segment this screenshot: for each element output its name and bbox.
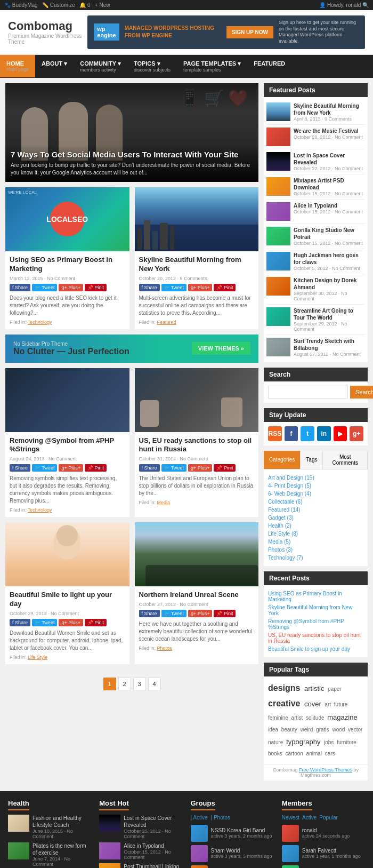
tag-weird[interactable]: weird bbox=[301, 727, 315, 732]
youtube-icon[interactable]: ▶ bbox=[334, 426, 347, 441]
googleplus-icon[interactable]: g+ bbox=[350, 426, 363, 441]
groups-tab-active[interactable]: | Active bbox=[191, 815, 208, 821]
featured-info-8: Kitchen Design by Dorek Ahmand September… bbox=[294, 277, 365, 301]
share-fb-4[interactable]: f Share bbox=[139, 464, 160, 472]
nav-item-topics[interactable]: TOPICS ▾discover subjects bbox=[127, 55, 177, 78]
tag-typography[interactable]: typography bbox=[286, 738, 322, 746]
linkedin-icon[interactable]: in bbox=[317, 426, 331, 441]
search-button[interactable]: Search bbox=[350, 386, 373, 399]
post-title-3[interactable]: Removing @Symbol from #PHP %Strings bbox=[10, 436, 125, 455]
facebook-icon[interactable]: f bbox=[285, 426, 298, 441]
recent-list: Using SEO as Primary Boost in Marketing … bbox=[264, 585, 368, 657]
nav-link-featured[interactable]: FEATURED bbox=[247, 55, 291, 72]
rss-icon[interactable]: RSS bbox=[268, 426, 282, 441]
post-title-4[interactable]: US, EU ready sanctions to stop oil hunt … bbox=[139, 436, 255, 455]
tag-paper[interactable]: paper bbox=[328, 686, 342, 692]
share-pt-4[interactable]: 📌 Pinit bbox=[214, 464, 236, 472]
banner-view-button[interactable]: VIEW THEMES » bbox=[192, 342, 250, 355]
share-gp-2[interactable]: g+ Plus+ bbox=[188, 284, 213, 291]
nav-link-community[interactable]: COMMUNITY ▾members activity bbox=[74, 55, 127, 78]
tag-beauty[interactable]: beauty bbox=[281, 727, 299, 732]
nav-link-about[interactable]: ABOUT ▾ bbox=[35, 55, 74, 73]
tag-jobs[interactable]: jobs bbox=[324, 739, 335, 745]
tag-animal[interactable]: animal bbox=[306, 751, 323, 756]
tag-furniture[interactable]: furniture bbox=[337, 739, 356, 745]
share-pt-3[interactable]: 📌 Pinit bbox=[85, 464, 107, 472]
recent-item-5[interactable]: Beautiful Smile to sign up your day bbox=[268, 645, 363, 653]
page-btn-4[interactable]: 4 bbox=[148, 678, 161, 690]
tag-wood[interactable]: wood bbox=[332, 727, 346, 732]
featured-info-6: Gorilla King Studio New Potrait October … bbox=[294, 227, 365, 246]
share-fb-2[interactable]: f Share bbox=[139, 284, 160, 291]
nav-link-page-templates[interactable]: PAGE TEMPLATES ▾template samples bbox=[177, 55, 247, 78]
share-gp-4[interactable]: g+ Plus+ bbox=[188, 464, 213, 472]
search-input[interactable] bbox=[268, 386, 348, 399]
share-tw-4[interactable]: 🐦 Tweet bbox=[161, 464, 186, 472]
post-title-1[interactable]: Using SEO as Primary Boost in Marketing bbox=[10, 256, 125, 274]
nav-item-about[interactable]: ABOUT ▾ bbox=[35, 55, 74, 78]
nav-item-featured[interactable]: FEATURED bbox=[247, 55, 291, 78]
share-buttons-4: f Share 🐦 Tweet g+ Plus+ 📌 Pinit bbox=[139, 464, 255, 472]
tab-most-comments[interactable]: Most Comments bbox=[323, 451, 368, 469]
share-tw-6[interactable]: 🐦 Tweet bbox=[161, 610, 186, 617]
share-pt-2[interactable]: 📌 Pinit bbox=[214, 284, 236, 291]
signup-button[interactable]: SIGN UP NOW bbox=[226, 26, 273, 38]
tag-art[interactable]: art bbox=[325, 702, 332, 707]
tag-artistic[interactable]: artistic bbox=[304, 684, 326, 692]
tag-solitude[interactable]: solitude bbox=[306, 715, 326, 721]
nav-item-community[interactable]: COMMUNITY ▾members activity bbox=[74, 55, 127, 78]
tag-artist[interactable]: artist bbox=[291, 715, 304, 721]
member-tab-popular[interactable]: Popular bbox=[319, 815, 337, 821]
share-pt-5[interactable]: 📌 Pinit bbox=[85, 619, 107, 626]
nav-link-home[interactable]: HOMEmain page bbox=[0, 55, 35, 77]
twitter-icon[interactable]: t bbox=[301, 426, 314, 441]
page-btn-3[interactable]: 3 bbox=[133, 678, 146, 690]
share-gp-5[interactable]: g+ Plus+ bbox=[59, 619, 83, 626]
member-tab-active[interactable]: Active bbox=[302, 815, 317, 821]
page-btn-1[interactable]: 1 bbox=[103, 678, 116, 690]
ad-headline: MANAGED WORDPRESS HOSTING FROM WP ENGINE bbox=[125, 25, 221, 39]
tab-categories[interactable]: Categories bbox=[264, 451, 301, 469]
share-tw-5[interactable]: 🐦 Tweet bbox=[32, 619, 57, 626]
member-tab-newest[interactable]: Newest bbox=[282, 815, 299, 821]
recent-item-1[interactable]: Using SEO as Primary Boost in Marketing bbox=[268, 590, 363, 603]
share-pt-6[interactable]: 📌 Pinit bbox=[214, 610, 236, 617]
recent-item-4[interactable]: US, EU ready sanctions to stop oil hunt … bbox=[268, 631, 363, 645]
tag-cover[interactable]: cover bbox=[304, 700, 323, 708]
tag-gratis[interactable]: gratis bbox=[316, 727, 330, 732]
share-pt-1[interactable]: 📌 Pinit bbox=[85, 284, 107, 291]
tag-designs[interactable]: designs bbox=[268, 683, 303, 692]
share-tw-3[interactable]: 🐦 Tweet bbox=[32, 464, 57, 472]
recent-item-3[interactable]: Removing @Symbol from #PHP %Strings bbox=[268, 617, 363, 631]
post-title-2[interactable]: Skyline Beautiful Morning from New York bbox=[139, 256, 255, 274]
post-title-6[interactable]: Northern Ireland Unreal Scene bbox=[139, 591, 255, 600]
tag-magazine[interactable]: magazine bbox=[327, 713, 357, 721]
tag-creative[interactable]: creative bbox=[268, 699, 303, 708]
nav-item-page-templates[interactable]: PAGE TEMPLATES ▾template samples bbox=[177, 55, 247, 78]
tag-idea[interactable]: idea bbox=[268, 727, 280, 732]
tab-tags[interactable]: Tags bbox=[301, 451, 323, 469]
share-tw-1[interactable]: 🐦 Tweet bbox=[32, 284, 57, 291]
tag-future[interactable]: future bbox=[334, 702, 348, 707]
share-fb-5[interactable]: f Share bbox=[10, 619, 30, 626]
share-tw-2[interactable]: 🐦 Tweet bbox=[161, 284, 186, 291]
share-gp-1[interactable]: g+ Plus+ bbox=[59, 284, 83, 291]
share-gp-6[interactable]: g+ Plus+ bbox=[188, 610, 213, 617]
admin-bar: 🐾 BuddyMag ✏️ Customize 🔔 0 + New 👤 Howd… bbox=[0, 0, 373, 10]
page-btn-2[interactable]: 2 bbox=[118, 678, 131, 690]
tag-nature[interactable]: nature bbox=[268, 739, 285, 745]
tag-cars[interactable]: cars bbox=[325, 751, 335, 756]
nav-link-topics[interactable]: TOPICS ▾discover subjects bbox=[127, 55, 177, 78]
share-fb-1[interactable]: f Share bbox=[10, 284, 30, 291]
groups-tab-photos[interactable]: | Photos bbox=[211, 815, 231, 821]
tag-vector[interactable]: vector bbox=[348, 727, 362, 732]
share-gp-3[interactable]: g+ Plus+ bbox=[59, 464, 83, 472]
share-fb-3[interactable]: f Share bbox=[10, 464, 30, 472]
tag-feminine[interactable]: feminine bbox=[268, 715, 290, 721]
tag-cartoon[interactable]: cartoon bbox=[285, 751, 304, 756]
recent-item-2[interactable]: Skyline Beautiful Morning from New York bbox=[268, 603, 363, 617]
post-title-5[interactable]: Beautiful Smile to light up your day bbox=[10, 591, 125, 609]
tag-books[interactable]: books bbox=[268, 751, 283, 756]
share-fb-6[interactable]: f Share bbox=[139, 610, 160, 617]
nav-item-home[interactable]: HOMEmain page bbox=[0, 55, 35, 78]
